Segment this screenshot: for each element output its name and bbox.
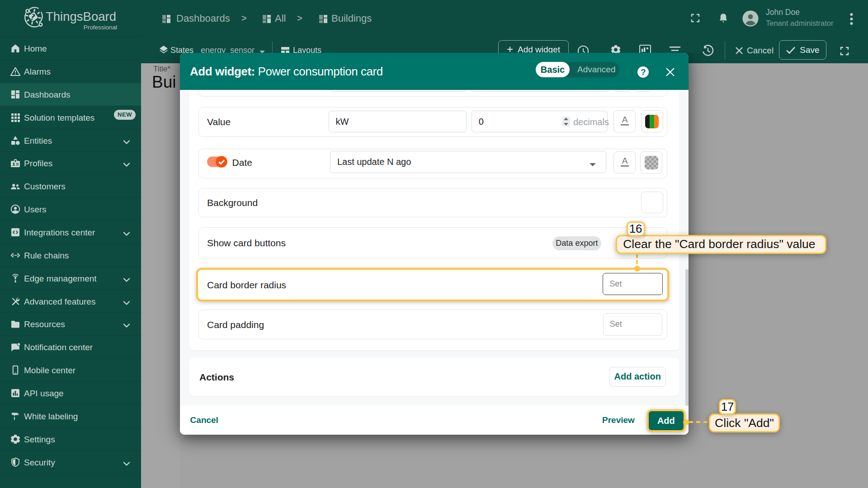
svg-text:A: A — [622, 157, 627, 165]
svg-text:A: A — [622, 116, 627, 124]
